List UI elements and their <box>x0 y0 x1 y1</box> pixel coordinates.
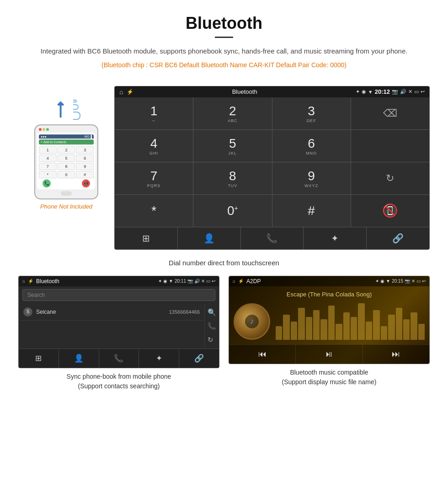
eq-bar <box>343 312 350 340</box>
phone-btn[interactable]: 📞 <box>241 227 304 249</box>
key-sub: GHI <box>149 151 158 156</box>
phone-home-button[interactable] <box>61 191 72 196</box>
home-icon[interactable]: ⌂ <box>119 88 123 96</box>
phone-status-bar: ●●● MG▐ <box>39 134 94 139</box>
dial-key-hash[interactable]: # <box>272 195 351 227</box>
phone-key-1[interactable]: 1 <box>39 146 57 154</box>
music-content: Escape (The Pina Colada Song) ♪ <box>229 286 429 344</box>
dial-key-8[interactable]: 8 TUV <box>193 162 272 194</box>
phone-red-end-btn[interactable]: 📵 <box>82 179 90 188</box>
dial-key-0[interactable]: 0+ <box>193 195 272 227</box>
key-sub: ABC <box>228 118 238 123</box>
contacts-search-bar[interactable]: Search <box>22 289 215 301</box>
phone-key-hash[interactable]: # <box>76 171 94 178</box>
phone-key-0[interactable]: 0 <box>58 171 75 178</box>
cs-grid-btn[interactable]: ⊞ <box>19 349 59 368</box>
end-call-icon: 📵 <box>382 203 398 218</box>
cs-phone-btn[interactable]: 📞 <box>99 349 139 368</box>
eq-bar <box>283 315 289 340</box>
end-call-button[interactable]: 📵 <box>351 195 429 227</box>
phone-illustration-area: ⭡ ●●● MG▐ + Add to Contacts <box>18 86 114 210</box>
cs-close-icon[interactable]: ✕ <box>201 279 205 284</box>
cs-right-reload-icon[interactable]: ↻ <box>208 336 216 344</box>
phone-key-5[interactable]: 5 <box>58 155 75 162</box>
album-art-inner: ♪ <box>245 315 259 328</box>
cs-win-icon[interactable]: ▭ <box>206 279 210 284</box>
phone-key-6[interactable]: 6 <box>76 155 94 162</box>
ms-title: A2DP <box>246 278 373 284</box>
contact-item[interactable]: S Seicane 13566664466 <box>19 304 204 321</box>
dialpad-bottom-bar: ⊞ 👤 📞 ✦ 🔗 <box>115 227 429 249</box>
cs-link-btn[interactable]: 🔗 <box>179 349 219 368</box>
eq-bar <box>358 303 364 340</box>
phone-key-star[interactable]: * <box>39 171 57 178</box>
cs-right-search-icon[interactable]: 🔍 <box>208 308 216 317</box>
phone-dial-row-3: 7 8 9 <box>39 163 94 170</box>
dial-display-row2 <box>351 130 429 162</box>
location-icon: ◉ <box>362 89 366 95</box>
ms-home-icon[interactable]: ⌂ <box>233 279 235 284</box>
phone-battery: MG▐ <box>85 135 92 138</box>
cs-contacts-btn[interactable]: 👤 <box>59 349 99 368</box>
phone-not-included-label: Phone Not Included <box>40 203 92 210</box>
cs-status-icons: ✦ ◉ ▼ 20:11 📷 🔊 ✕ ▭ ↩ <box>158 279 215 284</box>
key-sub: TUV <box>228 183 237 188</box>
ms-close-icon[interactable]: ✕ <box>411 279 415 284</box>
cs-cam-icon: 📷 <box>187 279 193 284</box>
reload-button[interactable]: ↻ <box>351 162 429 194</box>
dial-key-3[interactable]: 3 DEF <box>272 97 351 129</box>
cs-right-phone-icon[interactable]: 📞 <box>208 322 216 330</box>
phone-key-7[interactable]: 7 <box>39 163 57 170</box>
phone-carrier: ●●● <box>41 135 47 138</box>
back-icon[interactable]: ↩ <box>421 89 425 95</box>
dial-key-6[interactable]: 6 MNO <box>272 130 351 162</box>
prev-track-btn[interactable]: ⏮ <box>229 345 296 364</box>
cs-usb-icon: ⚡ <box>28 279 33 284</box>
cs-back-icon[interactable]: ↩ <box>212 279 215 284</box>
cs-home-icon[interactable]: ⌂ <box>22 279 25 284</box>
key-number: 3 <box>308 104 315 118</box>
dial-key-4[interactable]: 4 GHI <box>115 130 193 162</box>
contacts-btn[interactable]: 👤 <box>178 227 241 249</box>
dialpad-grid-btn[interactable]: ⊞ <box>115 227 178 249</box>
phone-add-contact-btn[interactable]: + Add to Contacts <box>39 140 94 145</box>
contacts-screen: ⌂ ⚡ Bluetooth ✦ ◉ ▼ 20:11 📷 🔊 ✕ ▭ ↩ Sear… <box>18 276 219 368</box>
ms-win-icon[interactable]: ▭ <box>416 279 421 284</box>
eq-bar <box>313 310 320 340</box>
dial-key-1[interactable]: 1 ∽ <box>115 97 193 129</box>
contact-avatar: S <box>23 307 32 317</box>
dial-key-7[interactable]: 7 PQRS <box>115 162 193 194</box>
eq-bar <box>351 317 357 340</box>
phone-key-2[interactable]: 2 <box>58 146 75 154</box>
ms-bt-icon: ✦ <box>375 279 379 284</box>
key-number: * <box>151 204 156 218</box>
reload-icon: ↻ <box>386 172 394 184</box>
backspace-icon[interactable]: ⌫ <box>383 107 397 119</box>
close-icon[interactable]: ✕ <box>408 89 412 95</box>
cs-bt-btn[interactable]: ✦ <box>139 349 179 368</box>
dial-key-9[interactable]: 9 WXYZ <box>272 162 351 194</box>
phone-dial-row-4: * 0 # <box>39 171 94 178</box>
phone-key-3[interactable]: 3 <box>76 146 94 154</box>
eq-bar <box>403 319 410 340</box>
contacts-action-icons: 🔍 📞 ↻ <box>204 304 219 349</box>
music-screen: ⌂ ⚡ A2DP ✦ ◉ ▼ 20:15 📷 ✕ ▭ ↩ Escape (The… <box>229 276 430 364</box>
bluetooth-btn[interactable]: ✦ <box>304 227 367 249</box>
phone-key-8[interactable]: 8 <box>58 163 75 170</box>
music-note-icon: ♪ <box>250 317 254 326</box>
page-title: Bluetooth <box>37 14 411 33</box>
phone-green-call-btn[interactable]: 📞 <box>43 179 51 188</box>
dial-key-2[interactable]: 2 ABC <box>193 97 272 129</box>
ms-back-icon[interactable]: ↩ <box>422 279 426 284</box>
phone-key-9[interactable]: 9 <box>76 163 94 170</box>
eq-bar <box>373 310 379 340</box>
dial-key-5[interactable]: 5 JKL <box>193 130 272 162</box>
cs-time: 20:11 <box>175 279 186 284</box>
window-icon[interactable]: ▭ <box>414 89 419 95</box>
link-btn[interactable]: 🔗 <box>367 227 429 249</box>
wave-sm-icon <box>73 100 77 102</box>
next-track-btn[interactable]: ⏭ <box>363 345 429 364</box>
dial-key-star[interactable]: * <box>115 195 193 227</box>
play-pause-btn[interactable]: ⏯ <box>296 345 363 364</box>
phone-key-4[interactable]: 4 <box>39 155 57 162</box>
